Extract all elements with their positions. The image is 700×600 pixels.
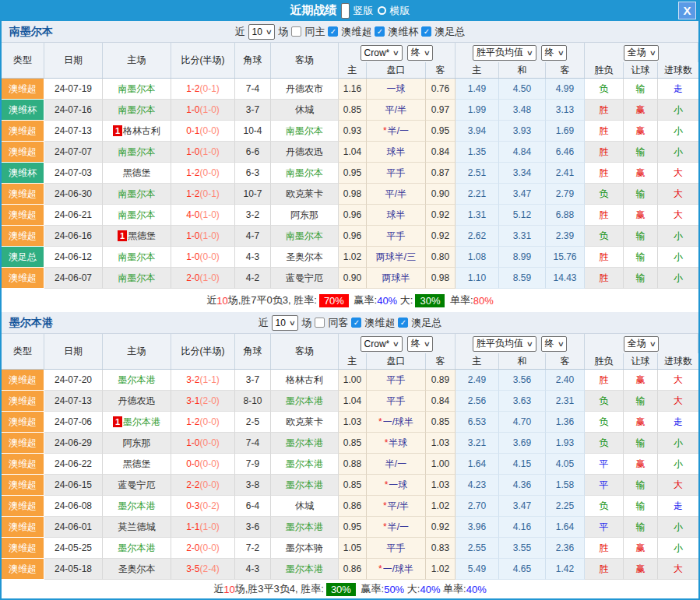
avg-stage-select[interactable]: 终∨ (541, 336, 568, 352)
cell-odds-away: 0.83 (426, 538, 456, 559)
score-fulltime: 1-0 (186, 230, 199, 241)
cell-odds-home: 0.96 (339, 205, 367, 226)
scope-select[interactable]: 全场∨ (624, 45, 660, 61)
cell-avg-draw: 8.99 (499, 247, 546, 268)
summary-segment: 70% (319, 294, 349, 307)
sub-column-header: 让球 (624, 62, 658, 78)
avg-stage-select[interactable]: 终∨ (541, 45, 568, 61)
cell-odds-home: 0.93 (339, 121, 367, 142)
cell-corners: 7-4 (235, 79, 271, 100)
portrait-radio[interactable] (341, 3, 350, 19)
cell-away-team-label: 蓝曼宁厄 (286, 272, 323, 285)
cell-avg-home: 4.23 (456, 475, 499, 496)
cell-odds-home: 1.04 (339, 142, 367, 163)
match-row: 澳维超24-06-161黑德堡1-0(1-0)4-7南墨尔本0.96平手0.92… (2, 226, 698, 247)
close-button[interactable]: X (678, 2, 696, 19)
league-checkbox[interactable]: ✓ (375, 26, 385, 37)
cell-odds-home: 0.95 (339, 517, 367, 538)
cell-handicap: *一/球半 (367, 412, 426, 433)
score-fulltime: 0-3 (186, 500, 199, 511)
cell-handicap-text: 半球 (389, 437, 407, 450)
cell-handicap-text: 两球半/三 (376, 251, 416, 264)
cell-odds-away: 0.85 (426, 412, 456, 433)
score-fulltime: 3-2 (186, 374, 199, 385)
cell-away-team-label: 欧克莱卡 (286, 416, 323, 429)
sub-column-header: 客 (426, 62, 456, 78)
same-venue-checkbox[interactable] (291, 26, 301, 37)
recent-count-select-chevron-down-icon: ∨ (266, 28, 273, 36)
recent-count-select-value: 10 (252, 26, 262, 37)
odds-stage-select[interactable]: 终∨ (407, 336, 434, 352)
same-venue-checkbox[interactable] (315, 318, 325, 328)
scope-select-group: 全场∨ (585, 334, 698, 353)
avg-source-select[interactable]: 胜平负均值∨ (473, 336, 536, 352)
sub-column-header: 客 (546, 62, 585, 78)
table-body: 澳维超24-07-20墨尔本港3-2(1-1)3-7格林古利1.00平手0.89… (2, 370, 698, 580)
score-halftime: (1-0) (200, 146, 220, 157)
recent-count-select-value: 10 (276, 318, 286, 328)
cell-result-goals: 小 (658, 226, 698, 247)
league-checkbox[interactable]: ✓ (351, 318, 361, 328)
landscape-radio[interactable] (378, 6, 386, 15)
cell-avg-home: 3.94 (456, 121, 499, 142)
score-halftime: (1-0) (200, 230, 220, 241)
recent-count-select[interactable]: 10∨ (272, 315, 299, 331)
cell-corners: 3-8 (235, 475, 271, 496)
cell-result-wdl: 平 (585, 454, 624, 475)
cell-odds-away: 0.92 (426, 226, 456, 247)
cell-avg-draw: 3.69 (499, 433, 546, 454)
column-header: 客场 (271, 334, 339, 369)
cell-avg-away: 15.76 (546, 247, 585, 268)
recent-count-select[interactable]: 10∨ (248, 24, 276, 40)
score-halftime: (2-4) (200, 563, 220, 574)
cell-handicap-text: 半/一 (388, 521, 409, 534)
match-row: 澳维超24-06-21南墨尔本4-0(1-0)3-2阿东那0.96球半0.921… (2, 205, 698, 226)
cell-away-team: 墨尔本港 (271, 517, 339, 538)
league-checkbox[interactable]: ✓ (328, 26, 338, 37)
cell-handicap: 两球半/三 (367, 247, 426, 268)
handicap-star: * (383, 500, 387, 511)
cell-result-goals: 小 (658, 100, 698, 121)
cell-handicap: 两球半 (367, 268, 426, 289)
sub-column-header: 主 (456, 353, 499, 369)
portrait-radio-label[interactable]: 竖版 (354, 4, 374, 18)
cell-result-wdl: 负 (585, 79, 624, 100)
cell-odds-away: 0.97 (426, 100, 456, 121)
cell-handicap: *半球 (367, 433, 426, 454)
cell-handicap: 平/半 (367, 100, 426, 121)
odds-source-select[interactable]: Crow*∨ (361, 45, 403, 61)
cell-odds-away: 0.90 (426, 184, 456, 205)
landscape-radio-label[interactable]: 横版 (390, 4, 410, 18)
cell-away-team-label: 墨尔本骑 (286, 542, 323, 555)
cell-score: 2-2(0-0) (171, 475, 235, 496)
cell-home-team-label: 墨尔本港 (123, 416, 160, 429)
cell-result-goals: 大 (658, 205, 698, 226)
odds-source-select[interactable]: Crow*∨ (361, 336, 403, 352)
team-name: 南墨尔本 (9, 25, 53, 39)
match-row: 澳维超24-07-131格林古利0-1(0-0)10-4南墨尔本0.93*半/一… (2, 121, 698, 142)
avg-source-select[interactable]: 胜平负均值∨ (473, 45, 536, 61)
cell-away-team: 欧克莱卡 (271, 412, 339, 433)
cell-score: 0-3(0-2) (171, 496, 235, 517)
cell-league-type: 澳维杯 (2, 100, 44, 121)
cell-score: 2-0(1-0) (171, 268, 235, 289)
odds-stage-select[interactable]: 终∨ (407, 45, 434, 61)
cell-home-team: 南墨尔本 (103, 247, 171, 268)
cell-avg-away: 4.99 (546, 79, 585, 100)
league-checkbox[interactable]: ✓ (398, 318, 408, 328)
scope-select-value: 全场 (628, 337, 646, 350)
league-checkbox[interactable]: ✓ (421, 26, 431, 37)
cell-corners: 7-4 (235, 433, 271, 454)
cell-result-wdl: 胜 (585, 268, 624, 289)
cell-result-wdl: 胜 (585, 163, 624, 184)
cell-date: 24-07-16 (44, 100, 103, 121)
summary-line: 近10场,胜3平3负4, 胜率:30% 赢率:50% 大:40% 单率:40% (2, 580, 698, 598)
cell-handicap: 球半 (367, 205, 426, 226)
cell-date: 24-07-07 (44, 142, 103, 163)
column-header: 日期 (44, 334, 103, 369)
avg-select-group: 胜平负均值∨终∨ (456, 43, 585, 62)
cell-result-wdl: 胜 (585, 538, 624, 559)
cell-date: 24-06-08 (44, 496, 103, 517)
cell-odds-home: 0.88 (339, 454, 367, 475)
scope-select[interactable]: 全场∨ (624, 336, 660, 352)
